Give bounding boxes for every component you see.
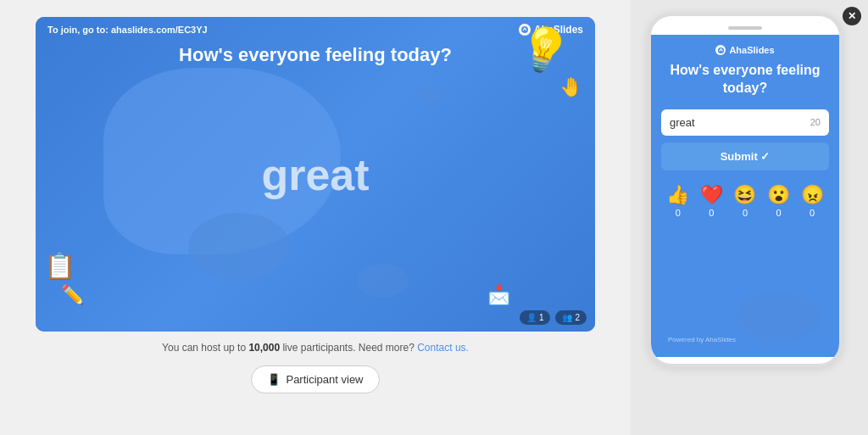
hand-illustration: 🤚 xyxy=(559,76,582,98)
contact-us-link[interactable]: Contact us. xyxy=(417,342,469,354)
reaction-heart[interactable]: ❤️ 0 xyxy=(700,184,723,218)
phone-input-row[interactable]: great 20 xyxy=(661,109,829,136)
phone-logo: AhaSlides xyxy=(661,45,829,55)
reaction-thumbsup[interactable]: 👍 0 xyxy=(666,184,689,218)
wow-count: 0 xyxy=(776,208,782,218)
decorative-blob-3 xyxy=(358,264,409,298)
user-count: 2 xyxy=(575,313,580,322)
participant-count: 1 xyxy=(539,313,544,322)
slide-topbar: To join, go to: ahaslides.com/EC3YJ AhaS… xyxy=(36,17,595,42)
phone-screen: AhaSlides How's everyone feeling today? … xyxy=(651,35,839,357)
slide-info: You can host up to 10,000 live participa… xyxy=(162,342,469,354)
slide-bottombar: 👤 1 👥 2 xyxy=(520,310,587,325)
participant-badge: 👤 1 xyxy=(520,310,551,325)
pencil-illustration: ✏️ xyxy=(61,284,84,306)
notes-illustration: 📋 xyxy=(44,251,75,281)
phone-logo-icon xyxy=(715,45,726,55)
close-button[interactable]: ✕ xyxy=(843,7,861,25)
phone-reactions: 👍 0 ❤️ 0 😆 0 😮 0 😠 0 xyxy=(661,184,829,218)
left-panel: To join, go to: ahaslides.com/EC3YJ AhaS… xyxy=(0,0,631,435)
phone-top xyxy=(651,26,839,35)
join-prefix: To join, go to: xyxy=(47,25,111,35)
join-url: ahaslides.com/EC3YJ xyxy=(111,25,208,35)
laugh-emoji: 😆 xyxy=(733,184,756,206)
right-panel: ✕ AhaSlides How's everyone feeling today… xyxy=(631,0,868,435)
participant-icon: 👤 xyxy=(526,313,537,322)
heart-count: 0 xyxy=(709,208,714,218)
phone-powered-by: Powered by AhaSlides xyxy=(668,336,736,343)
slide-word: great xyxy=(261,149,369,200)
phone-speaker xyxy=(728,26,762,30)
participant-view-label: Participant view xyxy=(286,373,363,386)
slide-container: To join, go to: ahaslides.com/EC3YJ AhaS… xyxy=(36,17,595,332)
thumbsup-emoji: 👍 xyxy=(666,184,689,206)
slide-question: How's everyone feeling today? xyxy=(36,44,595,66)
phone-decorative-blob xyxy=(736,292,821,343)
decorative-blob-2 xyxy=(188,213,290,281)
phone-question: How's everyone feeling today? xyxy=(661,62,829,98)
slide-join-text: To join, go to: ahaslides.com/EC3YJ xyxy=(47,25,208,35)
laugh-count: 0 xyxy=(743,208,748,218)
decorative-blob-4 xyxy=(417,85,442,102)
phone-submit-button[interactable]: Submit ✓ xyxy=(661,142,829,170)
phone-bottom-area: Powered by AhaSlides xyxy=(661,228,829,347)
reaction-wow[interactable]: 😮 0 xyxy=(767,184,790,218)
participant-limit: 10,000 xyxy=(248,342,280,354)
mobile-icon: 📱 xyxy=(267,373,281,386)
phone-mockup: AhaSlides How's everyone feeling today? … xyxy=(648,13,843,367)
wow-emoji: 😮 xyxy=(767,184,790,206)
reaction-angry[interactable]: 😠 0 xyxy=(801,184,824,218)
info-suffix: live participants. Need more? xyxy=(280,342,417,354)
angry-emoji: 😠 xyxy=(801,184,824,206)
user-badge: 👥 2 xyxy=(555,310,587,325)
slide-background: To join, go to: ahaslides.com/EC3YJ AhaS… xyxy=(36,17,595,332)
user-icon: 👥 xyxy=(562,313,572,322)
thumbsup-count: 0 xyxy=(676,208,681,218)
info-prefix: You can host up to xyxy=(162,342,248,354)
angry-count: 0 xyxy=(810,208,815,218)
reaction-laugh[interactable]: 😆 0 xyxy=(733,184,756,218)
envelope-illustration: 📩 xyxy=(487,284,510,306)
heart-emoji: ❤️ xyxy=(700,184,723,206)
phone-input-count: 20 xyxy=(810,117,821,127)
participant-view-button[interactable]: 📱 Participant view xyxy=(251,365,379,393)
phone-logo-text: AhaSlides xyxy=(729,45,774,55)
phone-input-value: great xyxy=(670,116,695,129)
